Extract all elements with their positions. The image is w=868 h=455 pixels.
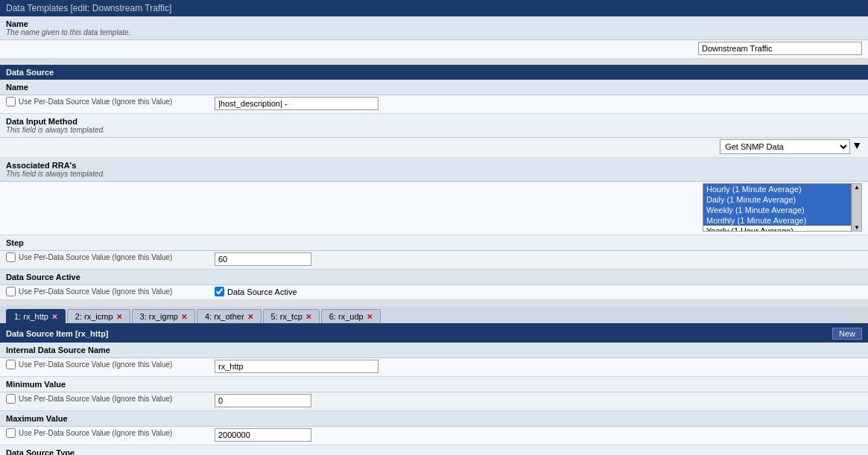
max-label: Maximum Value [6,414,862,423]
dim-label-row: Data Input Method This field is always t… [0,114,868,138]
section-gap-1 [0,59,868,65]
step-input-row: Use Per-Data Source Value (Ignore this V… [0,251,868,270]
tab-rx-udp-close[interactable]: ✕ [367,313,373,321]
rra-input-row: Hourly (1 Minute Average) Daily (1 Minut… [0,182,868,235]
idn-label-row: Internal Data Source Name [0,343,868,358]
min-input-row: Use Per-Data Source Value (Ignore this V… [0,392,868,411]
ds-name-input[interactable] [215,97,378,110]
max-label-row: Maximum Value [0,411,868,427]
name-desc: The name given to this data template. [6,28,862,36]
header-edit: [edit: Downstream Traffic] [71,3,172,13]
dim-label: Data Input Method [6,117,862,126]
dsa-label-row: Data Source Active [0,270,868,285]
name-input[interactable] [698,42,862,55]
dsa-label: Data Source Active [6,273,862,281]
dsa-active-label: Data Source Active [215,287,297,296]
idn-label: Internal Data Source Name [6,346,862,354]
dsa-input-row: Use Per-Data Source Value (Ignore this V… [0,285,868,300]
dst-label: Data Source Type [6,448,862,455]
scroll-down-arrow: ▼ [854,224,860,231]
dim-input-row: Get SNMP Data Get SNMP Walk Data Script/… [0,138,868,158]
tab-rx-http-label: 1: rx_http [14,312,48,321]
ds-name-input-row: Use Per-Data Source Value (Ignore this V… [0,95,868,114]
ds-name-label-row: Name [0,80,868,95]
tab-rx-udp-label: 6: rx_udp [329,312,364,321]
rra-listbox[interactable]: Hourly (1 Minute Average) Daily (1 Minut… [703,183,852,232]
max-input-row: Use Per-Data Source Value (Ignore this V… [0,427,868,445]
idn-input[interactable] [215,360,378,373]
page-header: Data Templates [edit: Downstream Traffic… [0,0,868,16]
max-checkbox-label: Use Per-Data Source Value (Ignore this V… [6,428,215,438]
min-checkbox-label: Use Per-Data Source Value (Ignore this V… [6,394,215,404]
step-label: Step [6,238,862,247]
tab-rx-other-close[interactable]: ✕ [247,313,253,321]
idn-input-row: Use Per-Data Source Value (Ignore this V… [0,358,868,377]
section-gap-2 [0,300,868,306]
tab-rx-tcp-close[interactable]: ✕ [305,313,311,321]
max-input[interactable] [215,428,311,442]
idn-checkbox-label: Use Per-Data Source Value (Ignore this V… [6,360,215,369]
tab-rx-udp[interactable]: 6: rx_udp ✕ [321,309,381,323]
idn-checkbox[interactable] [6,360,16,369]
tabs-bar: 1: rx_http ✕ 2: rx_icmp ✕ 3: rx_igmp ✕ 4… [0,306,868,325]
dsa-active-checkbox[interactable] [215,287,224,296]
dim-dropdown-arrow: ▼ [852,139,862,151]
dim-select[interactable]: Get SNMP Data Get SNMP Walk Data Script/… [720,139,850,154]
tab-rx-icmp-label: 2: rx_icmp [75,312,113,321]
tab-rx-tcp-label: 5: rx_tcp [271,312,302,321]
tab-rx-icmp-close[interactable]: ✕ [116,313,122,321]
rra-item-weekly[interactable]: Weekly (1 Minute Average) [703,205,851,215]
rra-item-yearly[interactable]: Yearly (1 Hour Average) [703,226,851,232]
tab-rx-tcp[interactable]: 5: rx_tcp ✕ [263,309,320,323]
tab-rx-igmp-label: 3: rx_igmp [140,312,178,321]
rra-item-monthly[interactable]: Monthly (1 Minute Average) [703,215,851,226]
tab-rx-icmp[interactable]: 2: rx_icmp ✕ [67,309,130,323]
ds-name-label: Name [6,83,862,92]
header-title: Data Templates [6,3,68,13]
tab-rx-other-label: 4: rx_other [205,312,244,321]
tab-rx-igmp[interactable]: 3: rx_igmp ✕ [132,309,195,323]
name-label: Name [6,19,862,28]
rra-desc: This field is always templated. [6,170,862,178]
tab-rx-http-close[interactable]: ✕ [51,313,57,321]
dsi-header-label: Data Source Item [rx_http] [6,329,109,338]
dst-label-row: Data Source Type [0,445,868,455]
rra-label: Associated RRA's [6,161,862,170]
step-input[interactable] [215,252,311,266]
min-label-row: Minimum Value [0,377,868,392]
scroll-up-arrow: ▲ [854,184,860,191]
tab-rx-igmp-close[interactable]: ✕ [181,313,187,321]
tab-rx-other[interactable]: 4: rx_other ✕ [197,309,262,323]
rra-item-daily[interactable]: Daily (1 Minute Average) [703,194,851,205]
step-checkbox[interactable] [6,252,16,262]
rra-scrollbar[interactable]: ▲ ▼ [852,183,862,232]
step-checkbox-label: Use Per-Data Source Value (Ignore this V… [6,252,215,262]
dsi-new-button[interactable]: New [832,328,862,340]
ds-name-checkbox-label: Use Per-Data Source Value (Ignore this V… [6,97,215,106]
tab-rx-http[interactable]: 1: rx_http ✕ [6,309,66,323]
rra-label-row: Associated RRA's This field is always te… [0,158,868,182]
min-label: Minimum Value [6,380,862,389]
step-label-row: Step [0,235,868,251]
min-input[interactable] [215,394,311,407]
dsa-checkbox[interactable] [6,287,16,296]
dsa-checkbox-label: Use Per-Data Source Value (Ignore this V… [6,287,215,296]
max-checkbox[interactable] [6,428,16,438]
dsi-header: Data Source Item [rx_http] New [0,325,868,343]
data-source-header: Data Source [0,65,868,80]
dim-desc: This field is always templated. [6,126,862,134]
name-label-row: Name The name given to this data templat… [0,16,868,40]
name-input-row [0,40,868,59]
min-checkbox[interactable] [6,394,16,404]
rra-item-hourly[interactable]: Hourly (1 Minute Average) [703,184,851,194]
ds-name-checkbox[interactable] [6,97,16,106]
